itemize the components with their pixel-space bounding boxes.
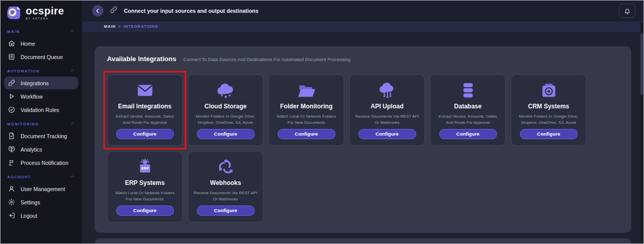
sidebar-section-label: MONITORING [7,122,39,126]
configure-button[interactable]: Configure [439,129,497,139]
settings-icon [8,198,15,206]
sidebar-item-label: Analytics [21,146,42,153]
configure-button[interactable]: Configure [197,205,255,216]
integration-card-erp-systems: ERPERP SystemsWatch Local Or Network Fol… [107,151,183,222]
logo: ocspire BY ASTERA [1,1,82,24]
integration-card-email-integrations: Email IntegrationsExtract Vendor, Amount… [107,74,183,146]
integration-card-database: DatabaseExtract Vendor, Amounts, Dates A… [430,74,506,146]
sidebar-item-label: Validation Rules [21,107,59,113]
integration-card-cloud-storage: Cloud StorageMonitor Folders In Google D… [188,74,263,146]
configure-button[interactable]: Configure [520,129,578,139]
sidebar-item-analytics[interactable]: Analytics [4,143,78,156]
sidebar-item-process-notification[interactable]: Process Notification [4,156,78,169]
webhooks-icon [216,158,236,176]
user-management-icon [8,185,15,193]
sidebar-item-label: Workflow [21,93,43,100]
chevron-up-icon [70,68,75,74]
sidebar-item-document-tracking[interactable]: Document Tracking [4,129,78,142]
workflow-icon [8,92,15,100]
sidebar-item-label: Logout [21,213,37,219]
card-title: Folder Monitoring [280,103,333,110]
sidebar-section-monitoring[interactable]: MONITORING [1,117,82,129]
sidebar-item-home[interactable]: Home [4,37,78,50]
main-area: Connect your input sources and output de… [82,1,643,243]
sidebar-item-document-queue[interactable]: Document Queue [4,50,78,63]
content: Available Integrations Connect To Data S… [82,32,643,243]
sidebar-section-account[interactable]: ACCOUNT [1,170,82,182]
topbar: Connect your input sources and output de… [82,1,643,22]
logout-icon [8,212,15,219]
sidebar-item-label: Document Tracking [21,133,67,139]
sidebar-item-workflow[interactable]: Workflow [4,90,78,103]
configure-button[interactable]: Configure [116,129,174,139]
card-title: Database [454,103,481,110]
integration-card-crm-systems: CRM SystemsMonitor Folders In Google Dri… [511,74,586,146]
process-notification-icon [8,159,15,166]
sidebar-item-label: User Management [21,186,65,192]
sidebar-item-label: Settings [21,199,40,205]
card-description: Monitor Folders In Google Drive, Dropbox… [193,114,258,125]
breadcrumb-separator: > [118,24,121,29]
card-title: Webhooks [210,179,241,186]
available-integrations-panel: Available Integrations Connect To Data S… [95,46,631,233]
sidebar-nav: MAINHomeDocument QueueAUTOMATIONIntegrat… [1,24,82,243]
configure-button[interactable]: Configure [359,129,416,139]
app-window: ocspire BY ASTERA MAINHomeDocument Queue… [0,0,644,244]
logo-icon [7,5,22,21]
card-title: API Upload [370,103,403,110]
sidebar-section-automation[interactable]: AUTOMATION [1,64,82,76]
cloud-storage-icon [216,82,236,99]
sidebar-item-integrations[interactable]: Integrations [4,77,78,89]
app-name: ocspire [26,6,64,16]
sidebar-section-label: MAIN [7,29,20,34]
link-icon [110,6,118,16]
scrollbar-thumb[interactable] [640,33,643,95]
database-icon [458,82,478,99]
breadcrumb-leaf: INTEGRATIONS [123,24,158,29]
sidebar-section-main[interactable]: MAIN [1,24,82,36]
card-description: Receive Documents Via REST API Or Webhoo… [354,114,420,125]
notifications-button[interactable] [619,4,635,18]
configure-button[interactable]: Configure [116,205,174,216]
email-icon [135,82,155,99]
sidebar-section-label: ACCOUNT [7,175,31,179]
breadcrumb-root[interactable]: MAIN [104,24,116,29]
integration-cards-grid: Email IntegrationsExtract Vendor, Amount… [107,74,591,222]
back-button[interactable] [92,5,103,16]
document-queue-icon [8,53,15,61]
chevron-up-icon [70,29,75,34]
document-tracking-icon [8,132,15,140]
scrollbar[interactable] [640,22,643,243]
card-title: Email Integrations [118,103,171,110]
sidebar-item-label: Document Queue [21,54,63,60]
sidebar-item-label: Integrations [21,80,49,86]
chevron-up-icon [70,174,75,180]
topbar-message: Connect your input sources and output de… [124,8,258,14]
bell-icon [624,8,631,14]
breadcrumb: MAIN > INTEGRATIONS [82,22,643,32]
sidebar-item-label: Home [21,41,35,47]
configure-button[interactable]: Configure [197,129,255,139]
validation-rules-icon [8,106,15,114]
integration-card-api-upload: API UploadReceive Documents Via REST API… [349,74,425,146]
sidebar-section-label: AUTOMATION [7,69,40,73]
next-panel-edge [95,238,631,243]
erp-icon: ERP [135,158,155,176]
sidebar-item-settings[interactable]: Settings [4,196,78,209]
card-description: Extract Vendor, Amounts, Dates And Route… [435,114,500,125]
configure-button[interactable]: Configure [278,129,335,139]
sidebar-item-user-management[interactable]: User Management [4,182,78,195]
card-title: Cloud Storage [204,103,246,110]
card-description: Watch Local Or Network Folders For New D… [112,190,177,202]
sidebar-item-validation-rules[interactable]: Validation Rules [4,103,78,116]
card-description: Monitor Folders In Google Drive, Dropbox… [516,114,581,125]
card-title: CRM Systems [528,103,569,110]
integration-card-webhooks: WebhooksReceive Documents Via REST API O… [188,151,263,222]
panel-title: Available Integrations [107,55,176,63]
svg-text:ERP: ERP [141,166,149,171]
sidebar-item-logout[interactable]: Logout [4,209,78,222]
panel-subtitle: Connect To Data Sources And Destinations… [184,57,352,62]
card-description: Receive Documents Via REST API Or Webhoo… [193,190,258,202]
integrations-icon [8,79,15,87]
app-byline: BY ASTERA [26,17,64,20]
